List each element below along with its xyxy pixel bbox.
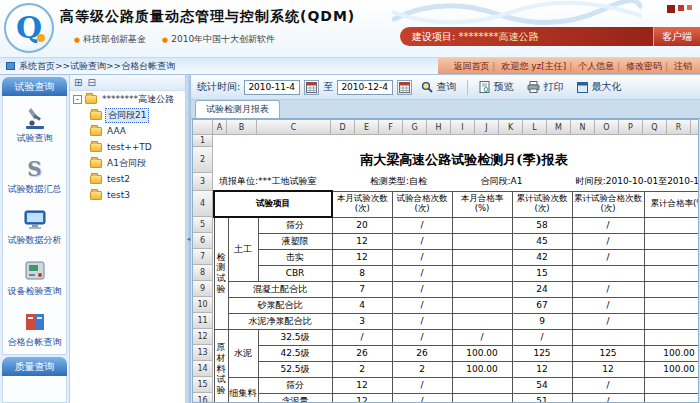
query-button[interactable]: 查询: [416, 78, 461, 96]
row-header[interactable]: 5: [193, 217, 213, 233]
collapse-icon[interactable]: -: [73, 95, 82, 104]
row-header[interactable]: 9: [193, 281, 213, 297]
item-cell: 筛分: [258, 217, 332, 233]
data-cell: 8: [332, 265, 392, 281]
col-header[interactable]: J: [475, 120, 499, 135]
data-cell: 100.00: [452, 361, 512, 377]
row-header[interactable]: 4: [193, 191, 213, 217]
report-type: 检测类型:自检: [370, 175, 427, 188]
col-header[interactable]: E: [355, 120, 379, 135]
col-header[interactable]: M: [547, 120, 571, 135]
tree-node[interactable]: test++TD: [70, 139, 185, 155]
col-header[interactable]: L: [523, 120, 547, 135]
col-header[interactable]: D: [331, 120, 355, 135]
report-unit: 填报单位:***工地试验室: [219, 175, 317, 188]
maximize-button[interactable]: 最大化: [572, 78, 626, 96]
sidebar-item-data-analysis[interactable]: 试验数据分析: [3, 201, 66, 252]
data-cell: 24: [512, 281, 572, 297]
print-button[interactable]: 打印: [522, 78, 568, 96]
col-header[interactable]: S: [691, 120, 699, 135]
nav-link-password[interactable]: 修改密码: [626, 60, 668, 73]
microscope-icon: [22, 105, 48, 131]
col-header[interactable]: K: [499, 120, 523, 135]
bullet-icon: ●: [162, 36, 168, 44]
date-from-input[interactable]: 2010-11-4: [244, 80, 300, 95]
collapse-all-icon[interactable]: ⊟: [87, 78, 95, 88]
sheet-corner[interactable]: [193, 120, 213, 135]
col-header[interactable]: N: [571, 120, 595, 135]
row-header[interactable]: 6: [193, 233, 213, 249]
tree-node[interactable]: A1合同段: [70, 155, 185, 171]
data-cell: 4: [332, 297, 392, 313]
nav-link-profile[interactable]: 个人信息: [578, 60, 620, 73]
col-header[interactable]: I: [451, 120, 475, 135]
row-header[interactable]: 2: [193, 147, 213, 173]
header-col: 试验合格次数(次): [392, 191, 452, 217]
data-cell: 2: [332, 361, 392, 377]
data-cell: /: [572, 297, 644, 313]
row-header[interactable]: 12: [193, 329, 213, 345]
client-tab[interactable]: 客户端: [653, 27, 700, 46]
calendar-button-to[interactable]: [397, 80, 412, 95]
tree-root-label: ********高速公路: [100, 93, 176, 106]
data-cell: [644, 329, 698, 345]
row-header[interactable]: 14: [193, 361, 213, 377]
row-header[interactable]: 11: [193, 313, 213, 329]
row-header[interactable]: 1: [193, 135, 213, 147]
calendar-button-from[interactable]: [304, 80, 319, 95]
sidebar-item-data-summary[interactable]: S 试验数据汇总: [3, 150, 66, 201]
tree-node[interactable]: AAA: [70, 123, 185, 139]
wave-decoration-icon: [392, 0, 642, 26]
data-cell: [452, 281, 512, 297]
date-to-input[interactable]: 2010-12-4: [337, 80, 393, 95]
sidebar-header-quality-query[interactable]: 质量查询: [2, 357, 67, 376]
report-info-row: 填报单位:***工地试验室 检测类型:自检 合同段:A1 时间段:2010-10…: [214, 173, 698, 191]
tree-node[interactable]: test2: [70, 171, 185, 187]
col-header[interactable]: H: [427, 120, 451, 135]
row-header[interactable]: 10: [193, 297, 213, 313]
data-cell: /: [392, 329, 452, 345]
col-header[interactable]: B: [227, 120, 257, 135]
col-header[interactable]: C: [257, 120, 331, 135]
item-cell: 击实: [258, 249, 332, 265]
sidebar-header-test-query[interactable]: 试验查询: [2, 77, 67, 96]
nav-link-logout[interactable]: 注销: [674, 60, 692, 73]
tab-monthly-report[interactable]: 试验检测月报表: [195, 100, 280, 118]
row-header[interactable]: 16: [193, 393, 213, 402]
data-cell: [452, 233, 512, 249]
item-cell: 42.5级: [258, 345, 332, 361]
header-col: 累计合格率(%): [644, 191, 698, 217]
col-header[interactable]: A: [213, 120, 227, 135]
data-cell: /: [572, 377, 644, 393]
sidebar-item-qualified-ledger[interactable]: 合格台帐查询: [3, 303, 66, 354]
data-cell: /: [392, 313, 452, 329]
item-cell: 水泥净浆配合比: [228, 313, 332, 329]
row-header[interactable]: 13: [193, 345, 213, 361]
data-cell: 58: [512, 217, 572, 233]
col-header[interactable]: O: [595, 120, 619, 135]
app-body: 试验查询 试验查询 S 试验数据汇总: [0, 75, 700, 403]
tree-node[interactable]: 合同段21: [70, 107, 185, 123]
row-header[interactable]: 15: [193, 377, 213, 393]
printer-icon: [527, 81, 540, 93]
tree-node[interactable]: test3: [70, 187, 185, 203]
data-cell: 12: [332, 377, 392, 393]
col-header[interactable]: R: [667, 120, 691, 135]
sidebar-item-device-check[interactable]: 设备检验查询: [3, 252, 66, 303]
data-cell: /: [572, 281, 644, 297]
tree-node-root[interactable]: - ********高速公路: [70, 91, 185, 107]
row-header[interactable]: 7: [193, 249, 213, 265]
sidebar-item-test-query[interactable]: 试验查询: [3, 99, 66, 150]
row-header[interactable]: 3: [193, 173, 213, 191]
row-header[interactable]: 8: [193, 265, 213, 281]
data-cell: [572, 265, 644, 281]
col-header[interactable]: F: [379, 120, 403, 135]
nav-link-home[interactable]: 返回首页: [453, 60, 495, 73]
badge-item: ●科技部创新基金: [74, 33, 146, 46]
col-header[interactable]: P: [619, 120, 643, 135]
preview-button[interactable]: 预览: [474, 78, 518, 96]
expand-all-icon[interactable]: ⊞: [74, 78, 82, 88]
col-header[interactable]: Q: [643, 120, 667, 135]
data-cell: /: [512, 329, 572, 345]
col-header[interactable]: G: [403, 120, 427, 135]
